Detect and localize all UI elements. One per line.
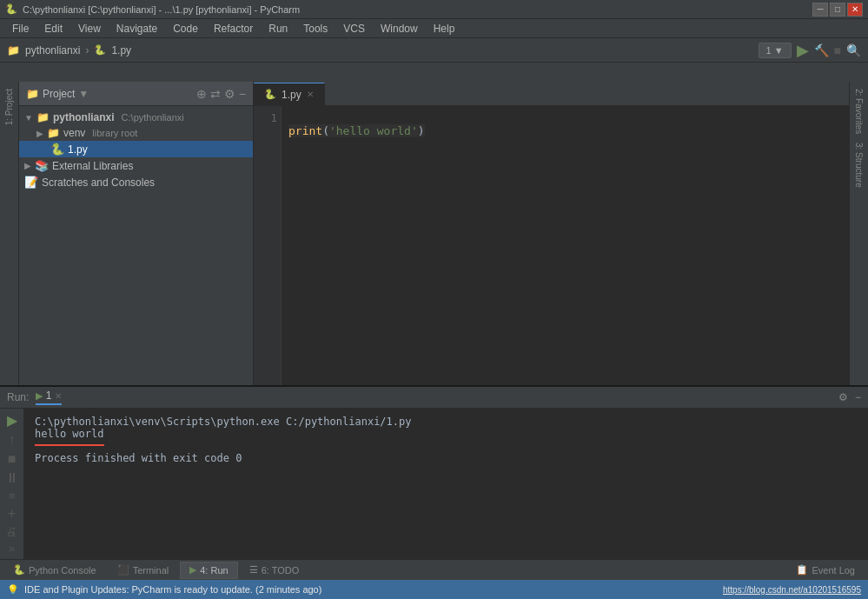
- status-bulb-icon: 💡: [7, 584, 19, 596]
- pathbar: 📁 pythonlianxi › 🐍 1.py 1 ▼ ▶ 🔨 ■ 🔍: [0, 38, 868, 63]
- menu-edit[interactable]: Edit: [37, 21, 70, 37]
- terminal-label: Terminal: [133, 565, 169, 576]
- tree-item-scratches[interactable]: 📝 Scratches and Consoles: [19, 174, 253, 190]
- run-content: ▶ ↑ ■ ⏸ ≡ + 🖨 » C:\pythonlianxi\venv\Scr…: [0, 409, 868, 559]
- run-tab-close[interactable]: ✕: [55, 391, 62, 401]
- menu-code[interactable]: Code: [166, 21, 205, 37]
- run-panel-header: Run: ▶ 1 ✕ ⚙ −: [0, 387, 868, 409]
- search-button[interactable]: 🔍: [846, 43, 861, 57]
- run-add-icon[interactable]: +: [8, 507, 16, 521]
- event-log-icon: 📋: [796, 564, 808, 576]
- event-log-label: Event Log: [812, 565, 855, 576]
- run-settings-icon[interactable]: ⚙: [838, 391, 848, 403]
- titlebar: 🐍 C:\pythonlianxi [C:\pythonlianxi] - ..…: [0, 0, 868, 19]
- folder-icon: 📁: [26, 88, 39, 100]
- run-button[interactable]: ▶: [797, 41, 809, 60]
- run-play-icon[interactable]: ▶: [7, 414, 17, 428]
- tab-python-console[interactable]: 🐍 Python Console: [3, 562, 106, 579]
- run-underline-container: [35, 440, 858, 452]
- python-console-label: Python Console: [29, 565, 96, 576]
- run-command-text: C:\pythonlianxi\venv\Scripts\python.exe …: [35, 416, 411, 428]
- minimize-panel-icon[interactable]: −: [239, 87, 246, 101]
- minimize-button[interactable]: ─: [812, 3, 828, 17]
- tab-event-log[interactable]: 📋 Event Log: [786, 562, 865, 579]
- tree-item-external[interactable]: ▶ 📚 External Libraries: [19, 157, 253, 174]
- tree-root-path: C:\pythonlianxi: [122, 112, 184, 123]
- file-1py-icon: 🐍: [50, 143, 64, 156]
- tab-todo[interactable]: ☰ 6: TODO: [240, 562, 309, 579]
- menu-view[interactable]: View: [71, 21, 108, 37]
- run-pause-icon[interactable]: ⏸: [5, 471, 19, 485]
- run-panel: Run: ▶ 1 ✕ ⚙ − ▶ ↑ ■ ⏸ ≡ + 🖨: [0, 385, 868, 559]
- run-output[interactable]: C:\pythonlianxi\venv\Scripts\python.exe …: [24, 409, 868, 559]
- sidebar-item-favorites[interactable]: 2: Favorites: [852, 85, 865, 137]
- titlebar-left: 🐍 C:\pythonlianxi [C:\pythonlianxi] - ..…: [5, 3, 300, 15]
- settings-icon[interactable]: ⚙: [224, 87, 235, 101]
- tree-root-label: pythonlianxi: [53, 111, 115, 123]
- run-minimize-icon[interactable]: −: [855, 391, 861, 403]
- menu-file[interactable]: File: [5, 21, 36, 37]
- stop-button[interactable]: ■: [834, 43, 841, 57]
- tree-item-root[interactable]: ▼ 📁 pythonlianxi C:\pythonlianxi: [19, 110, 253, 125]
- titlebar-controls: ─ □ ✕: [812, 3, 863, 17]
- sidebar-item-project[interactable]: 1: Project: [3, 85, 16, 129]
- tab-terminal[interactable]: ⬛ Terminal: [108, 562, 179, 579]
- folder-root-icon: 📁: [36, 111, 50, 123]
- project-label: Project: [43, 88, 75, 100]
- statusbar-left: 💡 IDE and Plugin Updates: PyCharm is rea…: [7, 584, 321, 596]
- run-scroll-icon[interactable]: ≡: [9, 490, 16, 502]
- ext-lib-icon: 📚: [35, 159, 49, 172]
- line-num-1: 1: [254, 111, 277, 124]
- menu-tools[interactable]: Tools: [296, 21, 335, 37]
- menu-help[interactable]: Help: [427, 21, 462, 37]
- dropdown-arrow-icon: ▼: [774, 45, 784, 56]
- run-underline: [35, 444, 104, 446]
- build-button[interactable]: 🔨: [814, 43, 829, 57]
- menu-navigate[interactable]: Navigate: [109, 21, 164, 37]
- run-print-icon[interactable]: 🖨: [6, 526, 17, 537]
- bottom-tabs-bar: 🐍 Python Console ⬛ Terminal ▶ 4: Run ☰ 6…: [0, 559, 868, 580]
- status-message: IDE and Plugin Updates: PyCharm is ready…: [24, 584, 321, 595]
- project-header-actions: ⊕ ⇄ ⚙ −: [196, 87, 246, 101]
- arrow-down-icon: ▼: [24, 113, 33, 123]
- dropdown-icon[interactable]: ▼: [78, 88, 89, 100]
- tree-item-1py[interactable]: 🐍 1.py: [19, 141, 253, 157]
- tree-item-venv[interactable]: ▶ 📁 venv library root: [19, 125, 253, 141]
- run-panel-header-right: ⚙ −: [838, 391, 861, 403]
- statusbar-right: https://blog.csdn.net/a10201516595: [723, 585, 861, 595]
- project-folder-icon: 📁: [7, 44, 20, 57]
- run-tab-label: 1: [46, 389, 52, 402]
- close-button[interactable]: ✕: [847, 3, 863, 17]
- tree-external-label: External Libraries: [52, 160, 133, 172]
- menu-vcs[interactable]: VCS: [336, 21, 372, 37]
- tree-venv-label: venv: [63, 127, 85, 139]
- run-stop-icon[interactable]: ■: [8, 452, 17, 466]
- filename-in-path[interactable]: 1.py: [111, 44, 131, 57]
- run-tab-active[interactable]: ▶ 1 ✕: [36, 389, 61, 405]
- menu-window[interactable]: Window: [374, 21, 425, 37]
- project-name-in-path[interactable]: pythonlianxi: [25, 44, 80, 57]
- tab-1py[interactable]: 🐍 1.py ✕: [254, 83, 325, 105]
- menu-run[interactable]: Run: [262, 21, 295, 37]
- status-bar: 💡 IDE and Plugin Updates: PyCharm is rea…: [0, 580, 868, 599]
- window-title: C:\pythonlianxi [C:\pythonlianxi] - ...\…: [23, 4, 300, 15]
- maximize-button[interactable]: □: [830, 3, 845, 17]
- todo-label: 6: TODO: [262, 565, 300, 576]
- transfer-icon[interactable]: ⇄: [210, 87, 221, 101]
- run-command-line: C:\pythonlianxi\venv\Scripts\python.exe …: [35, 416, 858, 428]
- terminal-icon: ⬛: [117, 564, 129, 576]
- run-panel-header-left: Run: ▶ 1 ✕: [7, 389, 62, 405]
- menu-refactor[interactable]: Refactor: [207, 21, 260, 37]
- run-expand-icon[interactable]: »: [9, 542, 15, 554]
- sidebar-item-structure[interactable]: 3: Structure: [852, 139, 865, 191]
- run-up-icon[interactable]: ↑: [9, 433, 16, 447]
- tab-run[interactable]: ▶ 4: Run: [180, 562, 237, 579]
- arrow-right-ext-icon: ▶: [24, 161, 31, 170]
- status-url[interactable]: https://blog.csdn.net/a10201516595: [723, 585, 861, 595]
- tab-close-icon[interactable]: ✕: [307, 90, 314, 99]
- arrow-right-icon: ▶: [36, 129, 43, 138]
- scratches-icon: 📝: [24, 176, 38, 189]
- file-icon-in-path: 🐍: [94, 44, 106, 56]
- add-icon[interactable]: ⊕: [196, 87, 207, 101]
- run-config-selector[interactable]: 1 ▼: [759, 43, 792, 58]
